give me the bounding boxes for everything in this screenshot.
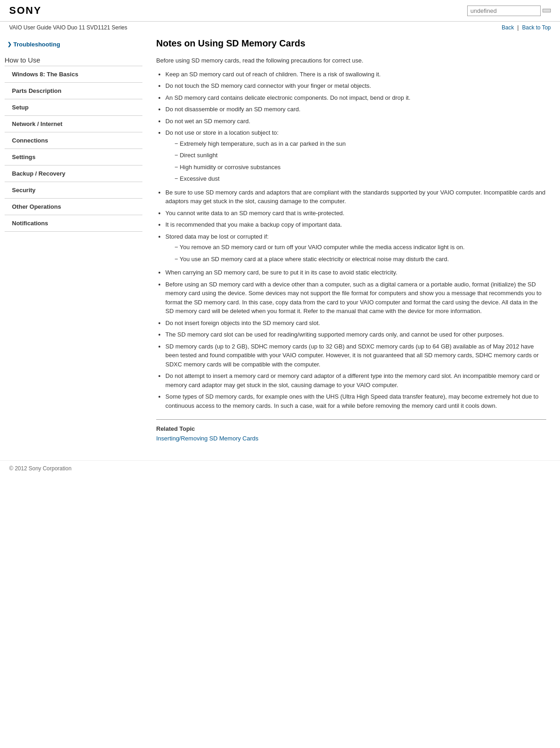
sidebar-item-windows8[interactable]: Windows 8: The Basics [5, 66, 142, 83]
bullet-9: It is recommended that you make a backup… [165, 220, 546, 229]
sidebar-how-to-use: How to Use [5, 52, 142, 66]
sidebar-troubleshooting[interactable]: Troubleshooting [5, 38, 142, 52]
bullet-10: Stored data may be lost or corrupted if:… [165, 232, 546, 264]
sub-bullet-loc-1: Extremely high temperature, such as in a… [175, 139, 546, 148]
header: SONY [0, 0, 560, 22]
bullet-13: Do not insert foreign objects into the S… [165, 319, 546, 328]
search-input[interactable] [467, 6, 541, 16]
sony-logo: SONY [9, 5, 41, 17]
sidebar-item-security[interactable]: Security [5, 182, 142, 199]
bullet-3: An SD memory card contains delicate elec… [165, 93, 546, 103]
copyright: © 2012 Sony Corporation [9, 465, 72, 472]
bullet-5: Do not wet an SD memory card. [165, 117, 546, 126]
main-bullet-list: Keep an SD memory card out of reach of c… [165, 70, 546, 411]
sub-bullet-cor-2: You use an SD memory card at a place whe… [175, 255, 546, 264]
bullet-14: The SD memory card slot can be used for … [165, 330, 546, 339]
sidebar-item-setup[interactable]: Setup [5, 99, 142, 116]
bullet-1: Keep an SD memory card out of reach of c… [165, 70, 546, 79]
bullet-16: Do not attempt to insert a memory card o… [165, 371, 546, 389]
bullet-6: Do not use or store in a location subjec… [165, 128, 546, 183]
sub-bullet-loc-2: Direct sunlight [175, 151, 546, 160]
bullet-15: SD memory cards (up to 2 GB), SDHC memor… [165, 342, 546, 369]
footer: © 2012 Sony Corporation [0, 460, 560, 476]
back-to-top-link[interactable]: Back to Top [522, 24, 551, 31]
related-topic-link[interactable]: Inserting/Removing SD Memory Cards [156, 435, 259, 442]
subheader: VAIO User Guide VAIO Duo 11 SVD1121 Seri… [0, 22, 560, 34]
bullet-7: Be sure to use SD memory cards and adapt… [165, 188, 546, 206]
sub-list-corrupted: You remove an SD memory card or turn off… [175, 243, 546, 263]
bullet-4: Do not disassemble or modify an SD memor… [165, 105, 546, 114]
sub-list-location: Extremely high temperature, such as in a… [175, 139, 546, 183]
sub-bullet-cor-1: You remove an SD memory card or turn off… [175, 243, 546, 252]
bullet-11: When carrying an SD memory card, be sure… [165, 268, 546, 277]
bullet-8: You cannot write data to an SD memory ca… [165, 209, 546, 218]
search-button[interactable] [543, 9, 551, 12]
bullet-17: Some types of SD memory cards, for examp… [165, 392, 546, 410]
main-content: Notes on Using SD Memory Cards Before us… [142, 34, 560, 451]
page-title: Notes on Using SD Memory Cards [156, 38, 546, 49]
sidebar-item-other-operations[interactable]: Other Operations [5, 199, 142, 215]
back-link[interactable]: Back [502, 24, 514, 31]
related-topic-label: Related Topic [156, 425, 546, 432]
layout: Troubleshooting How to Use Windows 8: Th… [0, 34, 560, 460]
related-topic: Related Topic Inserting/Removing SD Memo… [156, 419, 546, 442]
sidebar-item-backup[interactable]: Backup / Recovery [5, 166, 142, 182]
sidebar-item-notifications[interactable]: Notifications [5, 215, 142, 232]
sidebar: Troubleshooting How to Use Windows 8: Th… [0, 34, 142, 451]
sidebar-item-parts[interactable]: Parts Description [5, 83, 142, 99]
intro-text: Before using SD memory cards, read the f… [156, 56, 546, 65]
sidebar-item-connections[interactable]: Connections [5, 132, 142, 149]
guide-title: VAIO User Guide VAIO Duo 11 SVD1121 Seri… [9, 24, 127, 31]
bullet-2: Do not touch the SD memory card connecto… [165, 81, 546, 91]
nav-links: Back | Back to Top [502, 24, 551, 31]
bullet-12: Before using an SD memory card with a de… [165, 280, 546, 316]
sub-bullet-loc-3: High humidity or corrosive substances [175, 163, 546, 172]
sub-bullet-loc-4: Excessive dust [175, 174, 546, 183]
search-area [467, 6, 551, 16]
sidebar-item-network[interactable]: Network / Internet [5, 116, 142, 132]
sidebar-item-settings[interactable]: Settings [5, 149, 142, 166]
